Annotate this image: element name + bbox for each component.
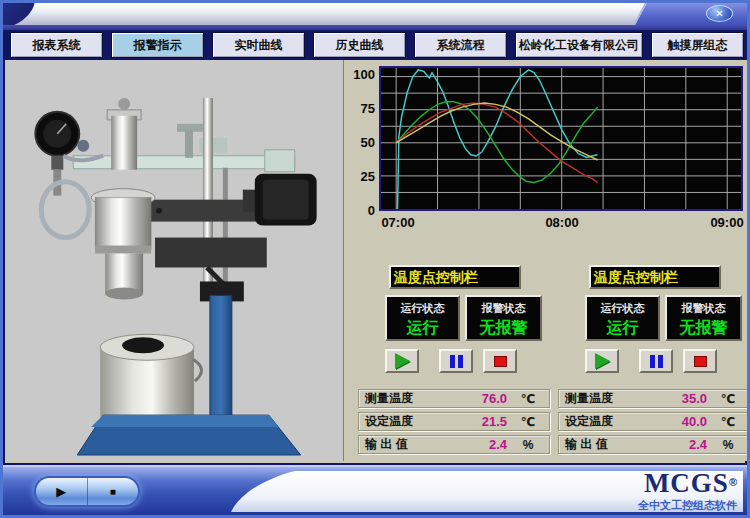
alarm-status-value: 无报警 <box>467 318 540 339</box>
close-icon[interactable]: ✕ <box>706 5 733 22</box>
trend-cyan <box>398 70 598 209</box>
temperature-control-group-2: 温度点控制栏 运行状态 运行 报警状态 无报警 测量温度 35.0 ℃ <box>557 265 750 461</box>
title-bar <box>3 3 747 25</box>
run-status-value: 运行 <box>387 318 458 339</box>
y-tick-100: 100 <box>346 66 375 84</box>
trend-plot-svg <box>381 68 741 209</box>
equipment-photo <box>7 60 344 461</box>
row-value: 35.0 <box>682 391 707 406</box>
x-tick-0900: 09:00 <box>710 215 743 230</box>
run-status-display: 运行状态 运行 <box>585 295 660 341</box>
pause-icon <box>450 355 463 368</box>
mcgs-hmi-window: ✕ 报表系统 报警指示 实时曲线 历史曲线 系统流程 松岭化工设备有限公司 触摸… <box>0 0 750 518</box>
row-unit: ℃ <box>707 415 749 429</box>
footer-run-controls: ▶ ■ <box>36 478 138 505</box>
footer-play-button[interactable]: ▶ <box>36 478 88 505</box>
stop-icon <box>494 356 507 367</box>
panel-title: 温度点控制栏 <box>589 265 721 289</box>
y-tick-75: 75 <box>346 100 375 118</box>
nav-button-realtime-curve[interactable]: 实时曲线 <box>212 32 305 58</box>
alarm-status-label: 报警状态 <box>667 301 740 316</box>
temperature-control-group-1: 温度点控制栏 运行状态 运行 报警状态 无报警 测量温度 76.0 ℃ <box>357 265 551 461</box>
logo-slogan: 全中文工控组态软件 <box>638 500 737 511</box>
row-value: 21.5 <box>482 414 507 429</box>
row-value: 40.0 <box>682 414 707 429</box>
row-unit: ℃ <box>507 392 549 406</box>
stop-button[interactable] <box>483 349 517 373</box>
run-status-label: 运行状态 <box>587 301 658 316</box>
run-status-display: 运行状态 运行 <box>385 295 460 341</box>
row-value: 2.4 <box>489 437 507 452</box>
measured-temperature-row: 测量温度 35.0 ℃ <box>558 389 750 408</box>
alarm-status-value: 无报警 <box>667 318 740 339</box>
row-label: 测量温度 <box>365 390 413 407</box>
output-value-row: 输 出 值 2.4 % <box>358 435 550 454</box>
y-tick-0: 0 <box>346 202 375 220</box>
nav-button-history-curve[interactable]: 历史曲线 <box>313 32 406 58</box>
start-button[interactable] <box>585 349 619 373</box>
measured-temperature-row: 测量温度 76.0 ℃ <box>358 389 550 408</box>
alarm-status-display: 报警状态 无报警 <box>665 295 742 341</box>
pause-button[interactable] <box>639 349 673 373</box>
footer-stop-button[interactable]: ■ <box>88 478 139 505</box>
nav-button-report-system[interactable]: 报表系统 <box>10 32 103 58</box>
run-status-label: 运行状态 <box>387 301 458 316</box>
pause-icon <box>650 355 663 368</box>
nav-bar: 报表系统 报警指示 实时曲线 历史曲线 系统流程 松岭化工设备有限公司 触摸屏组… <box>3 30 747 60</box>
close-glyph: ✕ <box>715 9 723 19</box>
play-icon <box>595 353 610 369</box>
titlebar-left-decoration <box>3 3 35 25</box>
nav-button-company[interactable]: 松岭化工设备有限公司 <box>515 32 643 58</box>
main-content: 100 75 50 25 0 07:00 08:00 09:00 温度点控制栏 … <box>3 60 747 465</box>
row-label: 输 出 值 <box>365 436 408 453</box>
panel-title: 温度点控制栏 <box>389 265 521 289</box>
nav-button-system-flow[interactable]: 系统流程 <box>414 32 507 58</box>
alarm-status-display: 报警状态 无报警 <box>465 295 542 341</box>
row-label: 设定温度 <box>365 413 413 430</box>
x-tick-0700: 07:00 <box>381 215 414 230</box>
play-icon <box>395 353 410 369</box>
row-unit: ℃ <box>707 392 749 406</box>
row-label: 输 出 值 <box>565 436 608 453</box>
stop-icon <box>694 356 707 367</box>
row-unit: ℃ <box>507 415 549 429</box>
footer-bar: ▶ ■ MCGS® 全中文工控组态软件 <box>3 465 747 515</box>
y-tick-25: 25 <box>346 168 375 186</box>
nav-button-alarm-indication[interactable]: 报警指示 <box>111 32 204 58</box>
start-button[interactable] <box>385 349 419 373</box>
control-panel-area: 100 75 50 25 0 07:00 08:00 09:00 温度点控制栏 … <box>346 60 747 461</box>
row-label: 设定温度 <box>565 413 613 430</box>
x-tick-0800: 08:00 <box>545 215 578 230</box>
set-temperature-row: 设定温度 21.5 ℃ <box>358 412 550 431</box>
output-value-row: 输 出 值 2.4 % <box>558 435 750 454</box>
row-value: 76.0 <box>482 391 507 406</box>
row-value: 2.4 <box>689 437 707 452</box>
y-tick-50: 50 <box>346 134 375 152</box>
set-temperature-row: 设定温度 40.0 ℃ <box>558 412 750 431</box>
logo-text: MCGS <box>644 468 729 498</box>
alarm-status-label: 报警状态 <box>467 301 540 316</box>
mcgs-logo: MCGS® 全中文工控组态软件 <box>638 470 737 511</box>
pause-button[interactable] <box>439 349 473 373</box>
stop-icon: ■ <box>110 486 116 497</box>
trend-chart <box>379 66 743 211</box>
nav-button-touchscreen-config[interactable]: 触摸屏组态 <box>651 32 744 58</box>
registered-mark: ® <box>729 476 737 488</box>
reaction-vessel <box>95 198 151 250</box>
play-icon: ▶ <box>56 484 66 499</box>
trend-green <box>396 102 597 183</box>
run-status-value: 运行 <box>587 318 658 339</box>
row-unit: % <box>707 438 749 452</box>
row-label: 测量温度 <box>565 390 613 407</box>
row-unit: % <box>507 438 549 452</box>
stop-button[interactable] <box>683 349 717 373</box>
equipment-illustration <box>7 60 344 461</box>
